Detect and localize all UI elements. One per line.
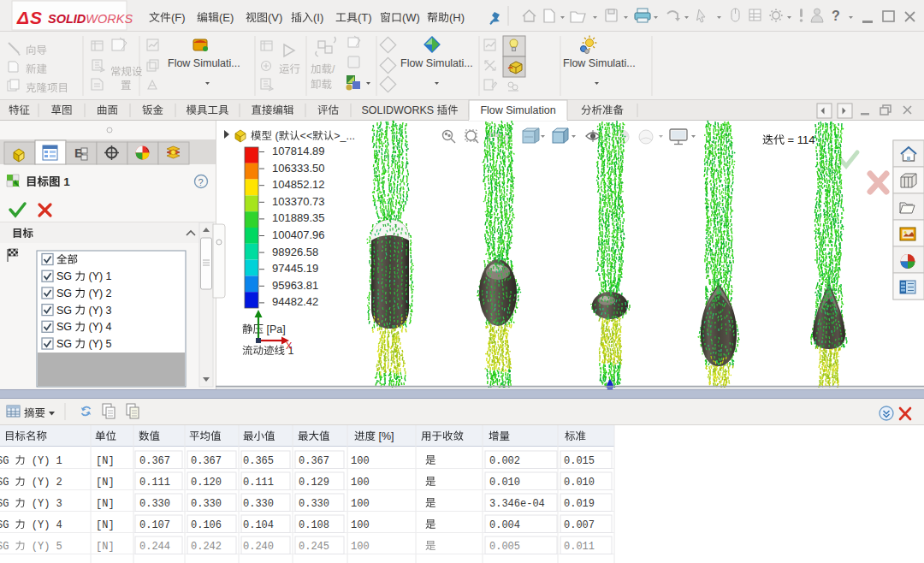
svg-text:[%]: [%] bbox=[376, 430, 394, 442]
svg-text:(Y) 5: (Y) 5 bbox=[26, 541, 62, 553]
svg-text:101889.35: 101889.35 bbox=[272, 211, 324, 224]
svg-text:0.104: 0.104 bbox=[243, 519, 274, 531]
svg-text:<<: << bbox=[300, 130, 313, 142]
svg-text:0.010: 0.010 bbox=[564, 477, 595, 489]
svg-text:0.108: 0.108 bbox=[299, 519, 329, 531]
svg-text:0.019: 0.019 bbox=[564, 498, 595, 510]
svg-text:(Y) 3: (Y) 3 bbox=[26, 498, 62, 510]
svg-text:SG: SG bbox=[0, 477, 15, 489]
svg-text:(E): (E) bbox=[219, 11, 234, 24]
svg-text:0.330: 0.330 bbox=[139, 498, 170, 510]
svg-text:0.120: 0.120 bbox=[191, 477, 222, 489]
svg-text:0.367: 0.367 bbox=[191, 455, 222, 467]
svg-text:0.330: 0.330 bbox=[191, 498, 222, 510]
svg-text:(I): (I) bbox=[313, 11, 323, 24]
svg-text:X: X bbox=[286, 341, 293, 351]
svg-text:3.346e-04: 3.346e-04 bbox=[489, 498, 545, 510]
svg-text:SOLID: SOLID bbox=[48, 12, 86, 26]
svg-text:98926.58: 98926.58 bbox=[272, 246, 318, 258]
svg-text:0.367: 0.367 bbox=[299, 455, 329, 467]
svg-text:100: 100 bbox=[351, 541, 370, 553]
svg-text:0.367: 0.367 bbox=[139, 455, 170, 467]
svg-text:(Y) 4: (Y) 4 bbox=[26, 519, 62, 531]
svg-text:[N]: [N] bbox=[96, 477, 115, 489]
svg-text:107814.89: 107814.89 bbox=[272, 145, 324, 157]
svg-text:0.330: 0.330 bbox=[299, 498, 329, 510]
svg-text:106333.50: 106333.50 bbox=[272, 162, 324, 175]
svg-text:(Y) 1: (Y) 1 bbox=[86, 270, 112, 282]
svg-text:Flow Simulati...: Flow Simulati... bbox=[168, 57, 240, 69]
svg-text:SG: SG bbox=[56, 287, 75, 299]
svg-text:SG: SG bbox=[56, 270, 75, 282]
svg-text:(Y) 2: (Y) 2 bbox=[26, 477, 62, 489]
svg-text:SG: SG bbox=[56, 305, 75, 317]
svg-text:100: 100 bbox=[351, 477, 370, 489]
svg-text:(Y) 3: (Y) 3 bbox=[86, 305, 112, 317]
svg-text:?: ? bbox=[832, 9, 840, 23]
svg-text:0.111: 0.111 bbox=[139, 477, 170, 489]
svg-text:(V): (V) bbox=[268, 11, 282, 24]
svg-text:0.004: 0.004 bbox=[489, 519, 520, 531]
svg-text:[Pa]: [Pa] bbox=[264, 323, 286, 335]
svg-text:100: 100 bbox=[351, 519, 370, 531]
svg-text:[N]: [N] bbox=[96, 541, 115, 553]
svg-text:0.240: 0.240 bbox=[243, 541, 274, 553]
svg-text:(H): (H) bbox=[449, 11, 465, 24]
svg-text:[N]: [N] bbox=[96, 455, 115, 467]
svg-text:[N]: [N] bbox=[96, 498, 115, 510]
svg-text:Flow Simulation: Flow Simulation bbox=[480, 104, 555, 116]
svg-text:WORKS: WORKS bbox=[86, 12, 133, 26]
svg-text:0.242: 0.242 bbox=[191, 541, 222, 553]
svg-text:95963.81: 95963.81 bbox=[272, 279, 318, 292]
svg-text:ΔS: ΔS bbox=[16, 8, 43, 27]
svg-text:0.106: 0.106 bbox=[191, 519, 222, 531]
svg-text:(T): (T) bbox=[358, 11, 372, 24]
svg-text:SG: SG bbox=[0, 498, 15, 510]
svg-text:SG: SG bbox=[0, 541, 15, 553]
svg-text:(W): (W) bbox=[402, 11, 420, 24]
svg-text:103370.73: 103370.73 bbox=[272, 195, 324, 208]
svg-text:SOLIDWORKS: SOLIDWORKS bbox=[361, 104, 436, 116]
svg-text:Flow Simulati...: Flow Simulati... bbox=[400, 57, 473, 69]
svg-text:0.245: 0.245 bbox=[299, 541, 329, 553]
svg-text:0.111: 0.111 bbox=[243, 477, 274, 489]
svg-text:SG: SG bbox=[56, 338, 75, 350]
svg-text:(Y) 2: (Y) 2 bbox=[86, 287, 112, 299]
svg-text:(Y) 5: (Y) 5 bbox=[86, 338, 112, 350]
svg-text:94482.42: 94482.42 bbox=[272, 295, 318, 308]
svg-text:100: 100 bbox=[351, 455, 370, 467]
svg-text:0.365: 0.365 bbox=[243, 455, 274, 467]
svg-text:0.002: 0.002 bbox=[489, 455, 520, 467]
svg-text:100: 100 bbox=[351, 498, 370, 510]
svg-text:0.330: 0.330 bbox=[243, 498, 274, 510]
svg-text:0.015: 0.015 bbox=[564, 455, 595, 467]
svg-text:Flow Simulati...: Flow Simulati... bbox=[563, 57, 636, 69]
svg-text:SG: SG bbox=[0, 455, 15, 467]
svg-text:104852.12: 104852.12 bbox=[272, 178, 324, 191]
svg-text:(Y) 4: (Y) 4 bbox=[86, 321, 112, 333]
svg-text:/: / bbox=[332, 63, 335, 75]
svg-text:0.129: 0.129 bbox=[299, 477, 329, 489]
svg-text:0.005: 0.005 bbox=[489, 541, 520, 553]
svg-text:SG: SG bbox=[56, 321, 75, 333]
svg-text:100407.96: 100407.96 bbox=[272, 228, 324, 241]
svg-text:?: ? bbox=[198, 177, 204, 187]
svg-text:>_...: >_... bbox=[334, 130, 355, 142]
svg-text:[N]: [N] bbox=[96, 519, 115, 531]
svg-text:(Y) 1: (Y) 1 bbox=[26, 455, 62, 467]
svg-text:0.244: 0.244 bbox=[139, 541, 170, 553]
svg-text:0.011: 0.011 bbox=[564, 541, 595, 553]
svg-text:(F): (F) bbox=[171, 11, 186, 24]
svg-text:= 114: = 114 bbox=[785, 133, 815, 146]
svg-text:0.010: 0.010 bbox=[489, 477, 520, 489]
svg-text:97445.19: 97445.19 bbox=[272, 262, 318, 275]
svg-text:0.007: 0.007 bbox=[564, 519, 595, 531]
svg-text:SG: SG bbox=[0, 519, 15, 531]
svg-text:1: 1 bbox=[61, 175, 71, 188]
svg-text:0.107: 0.107 bbox=[139, 519, 170, 531]
svg-text:(: ( bbox=[272, 130, 279, 142]
